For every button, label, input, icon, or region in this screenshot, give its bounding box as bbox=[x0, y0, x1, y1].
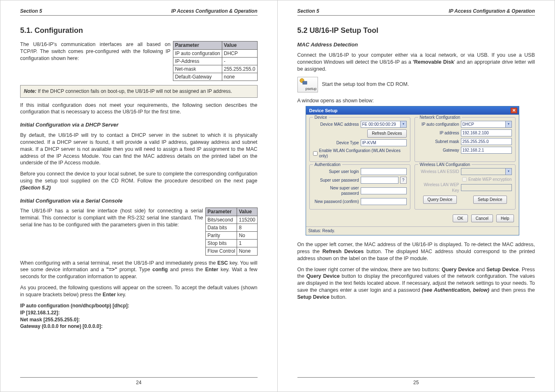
super-user-login-field[interactable] bbox=[361, 168, 407, 175]
refresh-devices-button[interactable]: Refresh Devices bbox=[367, 129, 406, 138]
heading-5-2: 5.2 U8/16-IP Setup Tool bbox=[297, 25, 535, 35]
heading-5-1: 5.1. Configuration bbox=[20, 25, 258, 35]
close-icon[interactable]: ✕ bbox=[511, 108, 517, 113]
heading-serial: Initial Configuration via a Serial Conso… bbox=[20, 197, 258, 205]
status-bar: Status: Ready. bbox=[306, 226, 519, 235]
serial-params-table: ParameterValueBits/second115200Data bits… bbox=[205, 208, 257, 255]
page-number: 25 bbox=[297, 377, 535, 386]
essid-combo bbox=[461, 168, 512, 175]
svg-rect-1 bbox=[303, 81, 307, 84]
para-dhcp: By default, the U8/16-IP will try to con… bbox=[20, 132, 258, 166]
confirm-password-field[interactable] bbox=[361, 198, 407, 205]
device-setup-window: Device Setup ✕ Device Device MAC address… bbox=[306, 106, 519, 235]
ip-address-field[interactable]: 192.168.2.100 bbox=[461, 129, 512, 136]
auth-group: Authentication Super user login Super us… bbox=[309, 164, 410, 210]
page-header: Section 5 IP Access Configuration & Oper… bbox=[20, 8, 258, 16]
super-user-password-field[interactable] bbox=[361, 177, 398, 184]
gateway-field[interactable]: 192.168.2.1 bbox=[461, 147, 512, 154]
para-connect: Connect the U8/16-IP to your computer ei… bbox=[297, 52, 535, 73]
network-group: Network Configuration IP auto configurat… bbox=[415, 117, 516, 162]
new-password-field[interactable] bbox=[361, 187, 407, 194]
cancel-button[interactable]: Cancel bbox=[471, 214, 493, 223]
psetup-row: psetup Start the setup tool from the CD … bbox=[297, 77, 535, 92]
window-titlebar: Device Setup ✕ bbox=[306, 106, 519, 115]
para-upper-left: On the upper left corner, the MAC addres… bbox=[297, 241, 535, 262]
heading-mac: MAC Address Detection bbox=[297, 41, 535, 48]
para-lower-right: On the lower right corner of the window,… bbox=[297, 266, 535, 301]
device-type-field: IP-KVM bbox=[361, 139, 407, 146]
ok-button[interactable]: OK bbox=[453, 214, 467, 223]
window-title: Device Setup bbox=[309, 108, 338, 114]
mac-combo[interactable]: FE 00:00:50:00:29 bbox=[361, 121, 407, 128]
subnet-field[interactable]: 255.255.255.0 bbox=[461, 138, 512, 145]
ip-config-table: ParameterValueIP auto configurationDHCPI… bbox=[173, 41, 258, 81]
para-esc: When configuring with a serial terminal,… bbox=[20, 260, 258, 281]
heading-dhcp: Initial Configuration via a DHCP Server bbox=[20, 121, 258, 129]
section-title: IP Access Configuration & Operation bbox=[171, 8, 258, 14]
config-prompts: IP auto configuration (non/dhcp/bootp) [… bbox=[20, 302, 258, 330]
intro-text: The U8/16-IP's communication interfaces … bbox=[20, 41, 170, 62]
enable-wep-checkbox: Enable WEP encryption bbox=[418, 177, 512, 182]
para-initial: If this initial configuration does not m… bbox=[20, 102, 258, 116]
para-questions: As you proceed, the following questions … bbox=[20, 284, 258, 298]
section-title: IP Access Configuration & Operation bbox=[449, 8, 535, 14]
help-button[interactable]: Help bbox=[496, 214, 514, 223]
psetup-text: Start the setup tool from the CD ROM. bbox=[322, 81, 409, 88]
para-before-connect: Before you connect the device to your lo… bbox=[20, 171, 258, 191]
page-header: Section 5 IP Access Configuration & Oper… bbox=[297, 8, 535, 16]
query-device-button[interactable]: Query Device bbox=[423, 196, 457, 204]
para-serial: The U8/16-IP has a serial line interface… bbox=[20, 208, 203, 228]
setup-device-button[interactable]: Setup Device bbox=[473, 196, 507, 204]
ipauto-combo[interactable]: DHCP bbox=[461, 121, 512, 128]
psetup-icon: psetup bbox=[297, 77, 318, 92]
section-label: Section 5 bbox=[20, 8, 42, 14]
device-group: Device Device MAC address FE 00:00:50:00… bbox=[309, 117, 410, 162]
para-window: A window opens as shown below: bbox=[297, 97, 535, 104]
note-text: If the DHCP connection fails on boot-up,… bbox=[37, 88, 232, 94]
enable-wlan-checkbox[interactable]: Enable WLAN Configuration (WLAN Devices … bbox=[313, 148, 407, 159]
help-icon[interactable]: ? bbox=[400, 177, 407, 184]
page-left: Section 5 IP Access Configuration & Oper… bbox=[0, 0, 278, 392]
page-right: Section 5 IP Access Configuration & Oper… bbox=[278, 0, 555, 392]
section-label: Section 5 bbox=[297, 8, 319, 14]
note-label: Note: bbox=[24, 88, 37, 94]
wlan-group: Wireless LAN Configuration Wireless LAN … bbox=[415, 164, 516, 210]
page-number: 24 bbox=[20, 377, 258, 386]
wep-key-field bbox=[461, 184, 512, 191]
note-box: Note: If the DHCP connection fails on bo… bbox=[20, 85, 258, 97]
